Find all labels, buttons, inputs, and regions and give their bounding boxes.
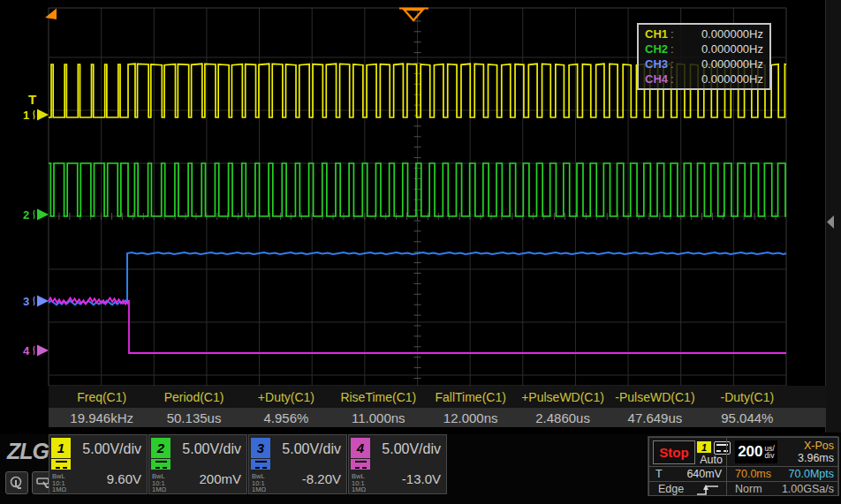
meas-value-nduty: 95.044% — [701, 410, 793, 425]
xpos-label: X-Pos — [804, 440, 834, 452]
channel-3-block[interactable]: 3 BwL10:11MΩ 5.00V/div -8.20V — [248, 434, 347, 494]
channel-3-badge: 3 — [251, 438, 270, 471]
channel-3-offset: -8.20V — [302, 471, 341, 486]
trigger-type-cell[interactable]: Edge — [648, 481, 727, 496]
trigger-type-label: Edge — [658, 483, 684, 495]
timebase-button[interactable]: 200 us/ div — [735, 440, 777, 463]
ch1-frequency: 0.000000Hz — [701, 27, 763, 41]
dc-coupling-icon — [51, 459, 71, 470]
ch3-frequency: 0.000000Hz — [701, 57, 763, 71]
ch4-label: CH4 — [645, 72, 668, 87]
menu-handle-arrow-icon[interactable] — [827, 215, 834, 229]
channel-3-position-marker[interactable]: 3 — [23, 295, 49, 308]
ch4-frequency: 0.000000Hz — [701, 72, 763, 87]
meas-label-nduty: -Duty(C1) — [701, 390, 793, 404]
channel-1-probe-info: BwL10:11MΩ — [52, 473, 66, 493]
dc-coupling-icon — [151, 459, 170, 470]
freq-row-ch2: CH2 : 0.000000Hz — [645, 42, 763, 56]
channel-2-probe-info: BwL10:11MΩ — [152, 473, 166, 493]
channel-4-probe-info: BwL10:11MΩ — [352, 473, 366, 493]
acquisition-cell: 70.0ms 70.0Mpts — [726, 466, 839, 482]
delay-reference-icon — [45, 9, 57, 20]
channel-frequency-box: CH1 : 0.000000Hz CH2 : 0.000000Hz CH3 : … — [637, 23, 771, 90]
channel-4-position-marker[interactable]: 4 — [23, 344, 49, 357]
meas-value-ppulse: 2.4860us — [517, 410, 609, 425]
timebase-unit: us/ div — [765, 445, 775, 460]
channel-1-block[interactable]: 1 BwL10:11MΩ 5.00V/div 9.60V — [49, 434, 148, 494]
touch-mode-button[interactable] — [5, 471, 28, 494]
channel-3-probe-info: BwL10:11MΩ — [252, 473, 266, 493]
meas-label-npulse: -PulseWD(C1) — [609, 390, 701, 404]
meas-value-period: 50.135us — [148, 410, 239, 425]
trigger-level-value: 640mV — [686, 468, 722, 480]
channel-1-scale: 5.00V/div — [82, 441, 141, 457]
dc-coupling-icon — [351, 459, 370, 470]
sample-mode-cell: Norm 1.00GSa/s — [726, 481, 839, 496]
channel-2-block[interactable]: 2 BwL10:11MΩ 5.00V/div 200mV — [148, 434, 247, 494]
trigger-source-badge[interactable]: 1 — [697, 441, 711, 453]
trigger-sweep-mode[interactable]: Auto — [692, 454, 731, 466]
stop-button[interactable]: Stop — [653, 440, 695, 464]
meas-label-pduty: +Duty(C1) — [240, 390, 332, 404]
channel-3-scale: 5.00V/div — [282, 441, 341, 457]
meas-label-ppulse: +PulseWD(C1) — [517, 390, 609, 404]
trigger-position-marker[interactable] — [405, 10, 423, 20]
meas-label-freq: Freq(C1) — [56, 390, 148, 404]
run-control-cell: Stop 1 Auto — [648, 437, 727, 467]
meas-value-npulse: 47.649us — [609, 410, 701, 425]
bottom-bar: ZLG® 1 BwL10:11MΩ 5.00V/div 9.60V — [0, 434, 841, 504]
trigger-level-marker[interactable]: T — [28, 92, 36, 107]
touch-icon — [9, 475, 25, 491]
ch3-label: CH3 — [645, 57, 668, 71]
channel-1-position-marker[interactable]: 1 — [23, 109, 49, 122]
freq-row-ch3: CH3 : 0.000000Hz — [645, 57, 763, 71]
measurement-value-row: 19.946kHz 50.135us 4.956% 11.000ns 12.00… — [49, 408, 826, 427]
svg-text:1: 1 — [23, 109, 29, 122]
channel-2-offset: 200mV — [199, 471, 241, 486]
ch1-label: CH1 — [645, 27, 668, 41]
dc-coupling-icon — [251, 459, 270, 470]
meas-value-rise: 11.000ns — [332, 410, 424, 425]
meas-label-fall: FallTime(C1) — [425, 390, 517, 404]
freq-row-ch4: CH4 : 0.000000Hz — [645, 72, 763, 87]
timebase-value: 200 — [738, 443, 762, 461]
channel-4-block[interactable]: 4 BwL10:11MΩ 5.00V/div -13.0V — [348, 434, 447, 494]
channel-4-badge: 4 — [351, 438, 370, 471]
channel-1-offset: 9.60V — [107, 471, 141, 486]
channel-4-scale: 5.00V/div — [382, 441, 441, 457]
channel-2-badge: 2 — [151, 438, 170, 471]
channel-2-position-marker[interactable]: 2 — [23, 208, 49, 222]
rising-edge-icon — [696, 484, 719, 496]
svg-text:2: 2 — [23, 208, 29, 222]
channel-2-scale: 5.00V/div — [182, 441, 241, 457]
trigger-level-label: T — [655, 468, 663, 480]
memory-depth: 70.0Mpts — [789, 468, 834, 480]
svg-text:4: 4 — [23, 344, 30, 357]
meas-value-fall: 12.000ns — [425, 410, 517, 425]
timebase-cell: 200 us/ div X-Pos 3.96ms — [726, 437, 839, 467]
sample-rate: 1.00GSa/s — [782, 483, 834, 495]
measurement-label-row: Freq(C1) Period(C1) +Duty(C1) RiseTime(C… — [49, 386, 826, 408]
oscilloscope-screen: 1234T CH1 : 0.000000Hz CH2 : 0.000000Hz … — [0, 0, 841, 504]
meas-value-freq: 19.946kHz — [56, 410, 148, 425]
meas-value-pduty: 4.956% — [240, 410, 332, 425]
ch2-frequency: 0.000000Hz — [701, 42, 763, 56]
freq-row-ch1: CH1 : 0.000000Hz — [645, 27, 763, 41]
acquired-time: 70.0ms — [735, 468, 771, 480]
meas-label-rise: RiseTime(C1) — [332, 390, 424, 404]
svg-text:3: 3 — [23, 295, 29, 308]
trigger-timebase-panel: Stop 1 Auto T 640mV Edge 200 — [648, 436, 838, 496]
channel-4-offset: -13.0V — [402, 471, 441, 486]
acquire-mode: Norm — [735, 483, 762, 495]
trigger-level-cell[interactable]: T 640mV — [648, 466, 727, 482]
ch2-label: CH2 — [645, 42, 668, 56]
brand-logo: ZLG® — [7, 439, 54, 464]
meas-label-period: Period(C1) — [148, 390, 239, 404]
channel-1-badge: 1 — [51, 438, 71, 471]
xpos-value[interactable]: 3.96ms — [798, 452, 834, 464]
